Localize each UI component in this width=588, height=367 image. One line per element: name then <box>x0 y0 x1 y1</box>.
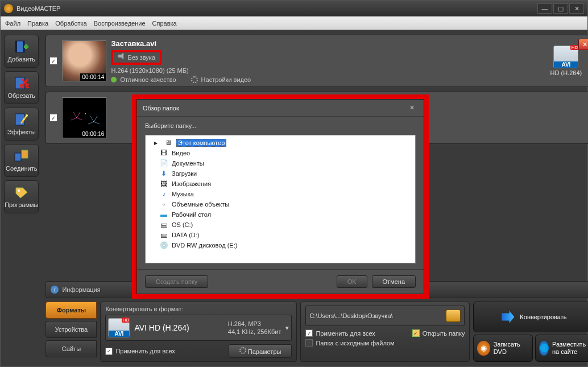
app-title: ВидеоМАСТЕР <box>16 5 60 12</box>
apply-all-label: Применить для всех <box>316 330 375 337</box>
open-folder-label: Открыть папку <box>423 330 465 337</box>
menu-process[interactable]: Обработка <box>55 20 86 27</box>
format-heading: Конвертировать в формат: <box>105 306 292 312</box>
sidebar-add[interactable]: Добавить <box>4 35 39 68</box>
svg-point-13 <box>18 189 20 192</box>
params-button[interactable]: Параметры <box>229 344 292 358</box>
no-sound-label: Без звука <box>127 54 155 61</box>
maximize-button[interactable]: ▢ <box>553 3 568 14</box>
format-sub2: 44,1 KHz, 256Кбит <box>228 328 281 336</box>
svg-rect-4 <box>25 44 27 49</box>
format-icon[interactable]: HD AVI <box>553 46 578 68</box>
dialog-close-button[interactable]: ✕ <box>405 104 418 112</box>
menubar: Файл Правка Обработка Воспроизведение Сп… <box>1 17 587 30</box>
scissors-icon <box>14 76 30 90</box>
tree-item[interactable]: 🎞Видео <box>149 148 412 158</box>
tree-item-this-pc[interactable]: ▸🖥Этот компьютер <box>149 138 412 148</box>
src-folder-label: Папка с исходным файлом <box>316 340 394 347</box>
titlebar: ВидеоМАСТЕР — ▢ ✕ <box>1 1 587 17</box>
svg-point-10 <box>23 119 24 121</box>
objects-icon: ▫ <box>159 200 168 208</box>
tree-item[interactable]: ▬Рабочий стол <box>149 209 412 220</box>
film-plus-icon <box>14 40 30 53</box>
format-name: AVI HD (H.264) <box>134 323 223 332</box>
tab-sites[interactable]: Сайты <box>45 340 97 357</box>
computer-icon: 🖥 <box>164 139 173 147</box>
hd-badge: HD <box>570 45 579 50</box>
dvd-drive-icon: 💿 <box>159 241 168 249</box>
tree-item[interactable]: ♪Музыка <box>149 189 412 199</box>
apply-all-checkbox[interactable]: ✓ <box>305 329 313 337</box>
burn-dvd-button[interactable]: ◉ Записать DVD <box>473 335 533 362</box>
sidebar: Добавить Обрезать Эффекты Соединить Прог… <box>1 30 42 366</box>
dropdown-icon[interactable]: ▾ <box>285 324 289 332</box>
tree-item[interactable]: 🖴DATA (D:) <box>149 230 412 240</box>
app-logo-icon <box>4 4 13 13</box>
tree-item[interactable]: 🖴OS (C:) <box>149 220 412 230</box>
menu-file[interactable]: Файл <box>5 20 20 27</box>
svg-point-9 <box>26 114 28 117</box>
minimize-button[interactable]: — <box>537 3 552 14</box>
tree-item[interactable]: 📄Документы <box>149 158 412 168</box>
src-folder-checkbox[interactable] <box>305 339 313 347</box>
quality-label: Отличное качество <box>120 76 176 83</box>
highlight-box: Обзор папок ✕ Выберите папку... ▸🖥Этот к… <box>132 94 429 299</box>
menu-edit[interactable]: Правка <box>27 20 48 27</box>
menu-help[interactable]: Справка <box>152 20 177 27</box>
sidebar-trim[interactable]: Обрезать <box>4 71 39 104</box>
browse-folder-button[interactable] <box>446 310 461 322</box>
disc-icon: ◉ <box>477 341 490 356</box>
sidebar-label: Соединить <box>6 165 38 172</box>
documents-icon: 📄 <box>159 159 168 167</box>
info-icon: i <box>51 286 59 294</box>
output-panel: C:\Users\...\Desktop\Озвучка\ ✓ Применит… <box>300 302 470 362</box>
wand-icon <box>14 113 30 126</box>
sidebar-effects[interactable]: Эффекты <box>4 108 39 141</box>
tree-item[interactable]: 💿DVD RW дисковод (E:) <box>149 240 412 250</box>
video-item[interactable]: ✓ 00:00:14 Заставка.avi Без звука H.264 … <box>45 35 588 87</box>
item-checkbox[interactable]: ✓ <box>49 114 57 122</box>
sidebar-programs[interactable]: Программы <box>4 180 39 213</box>
folder-tree[interactable]: ▸🖥Этот компьютер 🎞Видео 📄Документы ⬇Загр… <box>145 135 416 263</box>
convert-arrow-icon <box>502 311 514 323</box>
mute-icon <box>118 53 126 60</box>
desktop-icon: ▬ <box>159 211 168 218</box>
folder-browse-dialog: Обзор папок ✕ Выберите папку... ▸🖥Этот к… <box>136 99 424 294</box>
drive-icon: 🖴 <box>159 231 168 239</box>
remove-item-button[interactable]: ✕ <box>578 39 588 50</box>
format-badge: AVI <box>554 61 578 68</box>
tab-devices[interactable]: Устройства <box>45 321 97 338</box>
apply-all-checkbox[interactable]: ✓ <box>105 348 113 355</box>
close-button[interactable]: ✕ <box>569 3 584 14</box>
menu-playback[interactable]: Воспроизведение <box>94 20 146 27</box>
tree-item[interactable]: ▫Объемные объекты <box>149 199 412 209</box>
convert-button[interactable]: Конвертировать <box>473 302 588 332</box>
gear-icon <box>191 76 198 83</box>
format-sub1: H.264, MP3 <box>228 320 281 328</box>
video-thumbnail[interactable]: 00:00:14 <box>62 40 106 81</box>
cancel-button[interactable]: Отмена <box>372 275 416 288</box>
publish-button[interactable]: 🌐 Разместить на сайте <box>535 335 588 362</box>
sidebar-join[interactable]: Соединить <box>4 144 39 177</box>
chevron-right-icon: ▸ <box>151 139 160 147</box>
info-label: Информация <box>62 286 100 293</box>
create-folder-button[interactable]: Создать папку <box>145 275 208 288</box>
svg-rect-11 <box>15 153 21 161</box>
sidebar-label: Эффекты <box>7 129 36 135</box>
video-thumbnail[interactable]: 00:00:16 <box>62 97 106 138</box>
video-folder-icon: 🎞 <box>159 149 168 157</box>
pictures-icon: 🖼 <box>159 180 168 188</box>
quality-dot-icon <box>111 77 117 83</box>
sidebar-label: Программы <box>5 201 38 208</box>
globe-icon: 🌐 <box>539 341 549 356</box>
tab-formats[interactable]: Форматы <box>45 302 97 319</box>
item-checkbox[interactable]: ✓ <box>49 57 57 65</box>
open-folder-checkbox[interactable]: ✓ <box>412 329 420 337</box>
tree-item[interactable]: ⬇Загрузки <box>149 168 412 179</box>
ok-button[interactable]: OK <box>337 275 367 288</box>
video-settings-link[interactable]: Настройки видео <box>201 76 251 83</box>
output-path[interactable]: C:\Users\...\Desktop\Озвучка\ <box>309 312 442 319</box>
tree-item[interactable]: 🖼Изображения <box>149 179 412 189</box>
join-icon <box>14 149 30 163</box>
svg-point-15 <box>85 113 86 114</box>
